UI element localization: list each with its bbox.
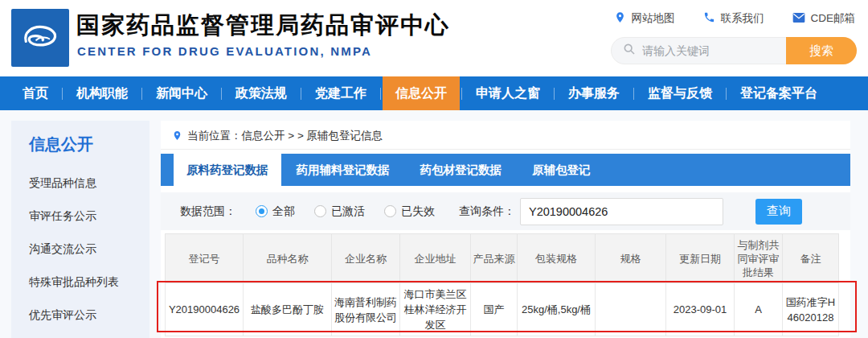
nav-item-party-building[interactable]: 党建工作	[303, 76, 379, 110]
sidebar: 信息公开 受理品种信息 审评任务公示 沟通交流公示 特殊审批品种列表 优先审评公…	[11, 121, 149, 338]
sidebar-item-special-approval[interactable]: 特殊审批品种列表	[11, 266, 149, 299]
content-card: 当前位置：信息公开 > > 原辅包登记信息 原料药登记数据 药用辅料登记数据 药…	[161, 121, 850, 338]
nav-divider	[301, 88, 301, 100]
cell-registration-no: Y20190004626	[166, 283, 244, 336]
contact-link[interactable]: 联系我们	[703, 11, 764, 26]
sidebar-item-priority-review[interactable]: 优先审评公示	[11, 299, 149, 332]
location-pin-icon	[614, 11, 626, 26]
swan-logo-icon	[17, 13, 63, 63]
cell-product-source: 国产	[471, 283, 518, 336]
tab-packaging-registration-data[interactable]: 药包材登记数据	[405, 154, 518, 186]
nav-item-news[interactable]: 新闻中心	[144, 76, 219, 110]
nav-divider	[141, 88, 142, 100]
query-button[interactable]: 查询	[755, 199, 802, 225]
col-registration-no: 登记号	[166, 234, 244, 283]
sidebar-title: 信息公开	[11, 121, 149, 155]
sitemap-link[interactable]: 网站地图	[614, 11, 674, 26]
registration-table: 登记号 品种名称 企业名称 企业地址 产品来源 包装规格 规格 更新日期 与制剂…	[165, 233, 839, 336]
col-spec: 规格	[596, 234, 666, 283]
nav-item-home[interactable]: 首页	[10, 76, 60, 110]
nav-item-info-disclosure[interactable]: 信息公开	[383, 76, 460, 110]
sitemap-label: 网站地图	[631, 11, 674, 26]
cde-mail-label: CDE邮箱	[810, 11, 855, 26]
site-search-input[interactable]	[636, 44, 786, 57]
radio-all[interactable]: 全部	[256, 204, 295, 219]
header-quick-links: 网站地图 联系我们 CDE邮箱	[614, 11, 855, 26]
col-joint-review-result: 与制剂共同审评审批结果	[735, 234, 783, 283]
table-header-row: 登记号 品种名称 企业名称 企业地址 产品来源 包装规格 规格 更新日期 与制剂…	[166, 234, 839, 283]
site-search: 搜索	[611, 37, 857, 64]
nav-item-registration-platform[interactable]: 登记备案平台	[728, 76, 829, 110]
radio-selected-icon	[256, 205, 268, 217]
nav-item-services[interactable]: 办事服务	[556, 76, 632, 110]
location-pin-icon	[172, 130, 182, 145]
cell-spec	[596, 283, 666, 336]
col-company-name: 企业名称	[332, 234, 400, 283]
cell-package-spec: 25kg/桶,5kg/桶	[518, 283, 596, 336]
nav-divider	[221, 88, 222, 100]
sidebar-item-review-tasks[interactable]: 审评任务公示	[11, 200, 149, 233]
nav-divider	[380, 88, 381, 100]
cde-logo[interactable]	[11, 9, 69, 67]
radio-unselected-icon	[314, 205, 326, 217]
cell-update-date: 2023-09-01	[666, 283, 735, 336]
site-header: 国家药品监督管理局药品审评中心 CENTER FOR DRUG EVALUATI…	[0, 0, 868, 76]
query-condition-label: 查询条件：	[459, 204, 515, 219]
nav-item-applicant-window[interactable]: 申请人之窗	[464, 76, 552, 110]
col-product-name: 品种名称	[244, 234, 332, 283]
query-condition-input[interactable]	[520, 198, 723, 225]
nav-divider	[726, 88, 727, 100]
nav-item-supervision-feedback[interactable]: 监督与反馈	[636, 76, 724, 110]
col-update-date: 更新日期	[666, 234, 735, 283]
col-package-spec: 包装规格	[518, 234, 596, 283]
mail-icon	[792, 12, 805, 26]
nav-divider	[554, 88, 555, 100]
filter-bar: 数据范围： 全部 已激活 已失效 查询条件： 查询	[161, 192, 850, 230]
cell-company-address: 海口市美兰区桂林洋经济开发区	[400, 283, 471, 336]
tab-raw-excipient-pack-registration[interactable]: 原辅包登记	[517, 154, 606, 186]
col-company-address: 企业地址	[400, 234, 471, 283]
cell-company-name: 海南普利制药股份有限公司	[332, 283, 400, 336]
table-row: Y20190004626 盐酸多巴酚丁胺 海南普利制药股份有限公司 海口市美兰区…	[166, 283, 839, 336]
nav-divider	[62, 88, 63, 100]
radio-expired[interactable]: 已失效	[384, 204, 435, 219]
site-subtitle: CENTER FOR DRUG EVALUATION, NMPA	[77, 44, 372, 58]
site-search-button[interactable]: 搜索	[786, 37, 857, 64]
sidebar-list: 受理品种信息 审评任务公示 沟通交流公示 特殊审批品种列表 优先审评公示	[11, 167, 149, 332]
col-product-source: 产品来源	[471, 234, 518, 283]
cell-remark: 国药准字H46020128	[783, 283, 839, 336]
search-icon	[612, 43, 636, 59]
tab-api-registration-data[interactable]: 原料药登记数据	[174, 154, 281, 186]
site-title: 国家药品监督管理局药品审评中心	[76, 10, 450, 42]
data-scope-label: 数据范围：	[180, 204, 236, 219]
sidebar-item-communication[interactable]: 沟通交流公示	[11, 233, 149, 266]
main-nav: 首页 机构职能 新闻中心 政策法规 党建工作 信息公开 申请人之窗 办事服务 监…	[0, 76, 868, 110]
tab-bar: 原料药登记数据 药用辅料登记数据 药包材登记数据 原辅包登记	[161, 154, 850, 186]
cell-product-name: 盐酸多巴酚丁胺	[244, 283, 332, 336]
breadcrumb-text[interactable]: 当前位置：信息公开 > > 原辅包登记信息	[187, 130, 383, 142]
tab-excipient-registration-data[interactable]: 药用辅料登记数据	[281, 154, 405, 186]
cde-mail-link[interactable]: CDE邮箱	[792, 11, 855, 26]
radio-activated[interactable]: 已激活	[314, 204, 365, 219]
breadcrumb: 当前位置：信息公开 > > 原辅包登记信息	[161, 121, 850, 150]
radio-unselected-icon	[384, 205, 396, 217]
nav-item-policies[interactable]: 政策法规	[223, 76, 299, 110]
nav-divider	[461, 88, 462, 100]
nav-item-functions[interactable]: 机构职能	[64, 76, 140, 110]
sidebar-item-accepted-varieties[interactable]: 受理品种信息	[11, 167, 149, 200]
col-remark: 备注	[783, 234, 839, 283]
cell-joint-review-result: A	[735, 283, 783, 336]
nav-divider	[633, 88, 634, 100]
phone-icon	[703, 11, 715, 26]
contact-label: 联系我们	[720, 11, 764, 26]
page: 国家药品监督管理局药品审评中心 CENTER FOR DRUG EVALUATI…	[0, 0, 868, 338]
